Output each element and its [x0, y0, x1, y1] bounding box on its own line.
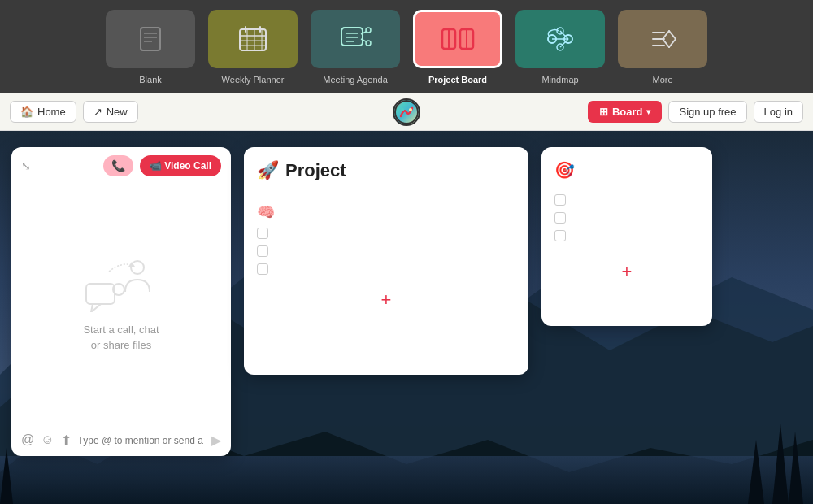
template-blank-label: Blank	[139, 75, 162, 85]
board-button[interactable]: ⊞ Board ▾	[588, 101, 663, 123]
svg-rect-48	[86, 284, 115, 304]
minimize-icon[interactable]: ⤡	[21, 159, 31, 172]
send-button[interactable]: ▶	[211, 432, 221, 448]
template-card-more[interactable]	[618, 10, 707, 68]
template-meeting-label: Meeting Agenda	[323, 75, 388, 85]
project-checkbox-2[interactable]	[257, 245, 268, 257]
target-add-button[interactable]: +	[554, 261, 699, 282]
project-board-icon	[440, 24, 476, 54]
template-card-blank[interactable]	[106, 10, 195, 68]
template-project-label: Project Board	[428, 75, 487, 85]
cards-container: ⤡ 📞 📹 Video Call	[0, 139, 813, 504]
project-emoji: 🚀	[257, 160, 279, 181]
logo-icon	[394, 100, 419, 124]
template-bar: Blank Weekly Planner	[0, 0, 813, 93]
video-call-button[interactable]: 📹 Video Call	[140, 155, 221, 176]
template-card-meeting[interactable]	[311, 10, 400, 68]
brain-emoji: 🧠	[257, 203, 275, 221]
template-mindmap[interactable]: Mindmap	[515, 10, 605, 85]
svg-marker-49	[91, 304, 101, 312]
template-blank[interactable]: Blank	[106, 10, 195, 85]
phone-button[interactable]: 📞	[103, 155, 133, 176]
template-more-label: More	[652, 75, 672, 85]
project-checkbox-row-2	[257, 242, 515, 260]
project-add-button[interactable]: +	[257, 289, 515, 311]
template-weekly-label: Weekly Planner	[222, 75, 285, 85]
chat-input-icons: @ ☺ ⬆	[21, 432, 72, 448]
phone-icon: 📞	[111, 159, 125, 172]
signup-button[interactable]: Sign up free	[668, 101, 746, 123]
blank-icon	[136, 24, 165, 54]
svg-point-36	[401, 108, 404, 111]
svg-point-37	[409, 108, 412, 111]
new-label: New	[107, 106, 128, 118]
chat-icons-group	[85, 255, 158, 312]
svg-rect-0	[141, 28, 160, 50]
app-logo	[393, 98, 420, 126]
chat-card-header: ⤡ 📞 📹 Video Call	[11, 147, 231, 185]
chat-input-field[interactable]	[78, 435, 205, 446]
template-meeting[interactable]: Meeting Agenda	[311, 10, 400, 85]
mindmap-icon	[544, 24, 576, 54]
target-emoji: 🎯	[554, 161, 575, 179]
login-label: Log in	[764, 106, 793, 118]
template-card-project[interactable]	[413, 10, 502, 68]
header-right: ⊞ Board ▾ Sign up free Log in	[588, 101, 803, 123]
template-mindmap-label: Mindmap	[541, 75, 578, 85]
svg-rect-13	[341, 28, 363, 46]
signup-label: Sign up free	[679, 106, 736, 118]
template-project[interactable]: Project Board	[413, 10, 502, 85]
template-card-mindmap[interactable]	[515, 10, 605, 68]
header-left: 🏠 Home ↗ New	[10, 101, 138, 123]
chat-placeholder-text: Start a call, chat or share files	[83, 322, 159, 354]
project-checkbox-row-3	[257, 260, 515, 278]
target-header: 🎯	[554, 160, 699, 180]
more-icon	[646, 24, 679, 54]
header-center	[393, 98, 420, 126]
chat-card: ⤡ 📞 📹 Video Call	[11, 147, 231, 456]
target-checkbox-row-2	[554, 209, 699, 227]
weekly-icon	[237, 24, 269, 54]
board-label: Board	[612, 106, 643, 118]
target-checkbox-3[interactable]	[554, 230, 566, 241]
call-buttons: 📞 📹 Video Call	[103, 155, 221, 176]
target-checkbox-2[interactable]	[554, 212, 566, 224]
project-title: 🚀 Project	[257, 160, 515, 181]
meeting-icon	[339, 24, 372, 54]
project-checkbox-1[interactable]	[257, 228, 268, 239]
mention-icon[interactable]: @	[21, 432, 34, 448]
main-canvas: ⤡ 📞 📹 Video Call	[0, 131, 813, 504]
chat-input-area: @ ☺ ⬆ ▶	[11, 424, 231, 456]
template-more[interactable]: More	[618, 10, 707, 85]
new-button[interactable]: ↗ New	[83, 101, 138, 123]
target-checkbox-1[interactable]	[554, 194, 566, 206]
template-card-weekly[interactable]	[208, 10, 298, 68]
template-weekly[interactable]: Weekly Planner	[208, 10, 298, 85]
video-call-label: 📹 Video Call	[150, 160, 211, 172]
svg-point-20	[366, 41, 371, 46]
project-section-emoji-row: 🧠	[257, 200, 515, 224]
target-card: 🎯 +	[541, 147, 712, 326]
home-button[interactable]: 🏠 Home	[10, 101, 76, 123]
project-checkbox-3[interactable]	[257, 263, 268, 275]
target-checkbox-row-3	[554, 227, 699, 245]
home-label: Home	[37, 106, 66, 118]
new-icon: ↗	[93, 106, 102, 118]
board-grid-icon: ⊞	[599, 106, 608, 118]
project-divider	[257, 193, 515, 193]
project-checkbox-row-1	[257, 224, 515, 242]
target-checkbox-row-1	[554, 191, 699, 209]
header-bar: 🏠 Home ↗ New ⊞ Board ▾ Sign up free L	[0, 93, 813, 131]
board-chevron-icon: ▾	[646, 107, 650, 116]
svg-point-19	[366, 28, 371, 33]
home-icon: 🏠	[20, 106, 33, 118]
chat-body: Start a call, chat or share files	[11, 185, 231, 424]
login-button[interactable]: Log in	[754, 101, 803, 123]
attachment-icon[interactable]: ⬆	[61, 432, 72, 448]
emoji-icon[interactable]: ☺	[41, 432, 54, 448]
svg-point-47	[131, 261, 144, 274]
project-title-text: Project	[285, 160, 346, 181]
chat-placeholder-icons	[85, 255, 158, 312]
project-card: 🚀 Project 🧠 +	[244, 147, 528, 375]
